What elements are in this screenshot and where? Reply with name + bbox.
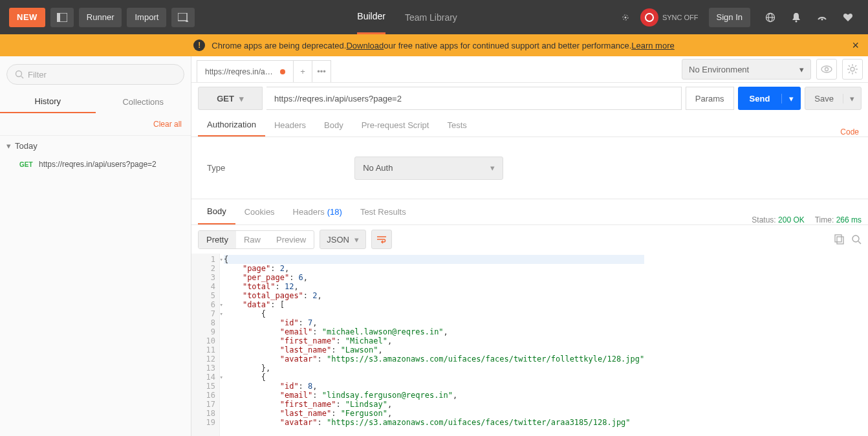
svg-line-25 xyxy=(849,72,850,73)
sidebar-toggle-button[interactable] xyxy=(50,8,74,27)
history-group-today[interactable]: ▾ Today xyxy=(0,136,191,156)
banner-learn-more-link[interactable]: Learn more xyxy=(631,41,674,50)
svg-rect-1 xyxy=(57,13,60,22)
svg-point-15 xyxy=(821,66,832,72)
auth-type-value: No Auth xyxy=(363,163,393,173)
environment-label: No Environment xyxy=(689,65,749,74)
sync-badge[interactable] xyxy=(640,8,658,27)
svg-line-22 xyxy=(849,65,850,67)
history-tab[interactable]: History xyxy=(0,90,96,113)
warning-icon: ! xyxy=(193,39,205,51)
history-item[interactable]: GET https://reqres.in/api/users?page=2 xyxy=(0,156,191,173)
panel-icon xyxy=(57,13,67,22)
preview-view[interactable]: Preview xyxy=(268,231,314,248)
notifications-icon[interactable] xyxy=(785,6,807,28)
svg-point-7 xyxy=(646,14,653,21)
history-item-url: https://reqres.in/api/users?page=2 xyxy=(39,160,157,169)
code-link[interactable]: Code xyxy=(840,127,862,136)
svg-point-16 xyxy=(825,68,829,71)
copy-icon[interactable] xyxy=(834,234,845,245)
filter-input[interactable]: Filter xyxy=(6,64,184,85)
new-window-button[interactable] xyxy=(171,8,195,27)
save-dropdown[interactable]: ▾ xyxy=(843,94,861,104)
heart-icon[interactable] xyxy=(837,6,859,28)
time-value: 266 ms xyxy=(836,215,862,224)
search-response-icon[interactable] xyxy=(851,234,862,245)
svg-line-14 xyxy=(21,76,23,78)
environment-settings-button[interactable] xyxy=(842,59,863,80)
signin-button[interactable]: Sign In xyxy=(709,8,750,27)
chevron-down-icon: ▾ xyxy=(239,94,244,104)
builder-tab[interactable]: Builder xyxy=(357,0,385,34)
send-button[interactable]: Send ▾ xyxy=(738,87,801,110)
headers-subtab[interactable]: Headers xyxy=(265,113,315,136)
collections-tab[interactable]: Collections xyxy=(96,90,191,113)
response-cookies-tab[interactable]: Cookies xyxy=(235,199,284,224)
svg-line-23 xyxy=(855,72,856,73)
unsaved-dot-icon xyxy=(280,69,285,74)
method-label: GET xyxy=(217,94,234,104)
search-icon xyxy=(15,70,24,79)
svg-line-30 xyxy=(858,241,861,244)
environment-preview-button[interactable] xyxy=(816,59,837,80)
topbar: NEW Runner Import Builder Team Library S… xyxy=(0,0,868,34)
environment-select[interactable]: No Environment ▾ xyxy=(682,59,811,80)
settings-icon[interactable] xyxy=(811,6,833,28)
wrap-lines-button[interactable] xyxy=(371,230,392,249)
chevron-down-icon: ▾ xyxy=(490,163,495,173)
svg-line-24 xyxy=(855,65,856,67)
svg-rect-28 xyxy=(835,235,841,242)
svg-point-29 xyxy=(852,235,859,242)
new-tab-button[interactable]: + xyxy=(293,60,312,82)
history-group-label: Today xyxy=(15,141,38,151)
url-input[interactable]: https://reqres.in/api/users?page=2 xyxy=(266,87,682,110)
team-library-tab[interactable]: Team Library xyxy=(405,0,457,34)
banner-close-button[interactable]: × xyxy=(852,39,859,52)
send-label: Send xyxy=(738,94,782,104)
svg-rect-2 xyxy=(178,13,187,21)
response-view-toggle: Pretty Raw Preview xyxy=(198,230,314,249)
svg-point-6 xyxy=(624,16,626,18)
svg-point-11 xyxy=(796,20,797,22)
deprecation-banner: ! Chrome apps are being deprecated. Down… xyxy=(0,34,868,56)
body-subtab[interactable]: Body xyxy=(315,113,353,136)
auth-subtab[interactable]: Authorization xyxy=(198,113,265,136)
capture-icon[interactable] xyxy=(614,6,636,28)
request-tab[interactable]: https://reqres.in/api/u xyxy=(197,60,294,82)
new-button[interactable]: NEW xyxy=(9,8,45,27)
banner-text-1: Chrome apps are being deprecated. xyxy=(212,41,346,50)
banner-download-link[interactable]: Download xyxy=(346,41,384,50)
auth-type-select[interactable]: No Auth ▾ xyxy=(354,157,503,180)
filter-placeholder: Filter xyxy=(28,70,47,80)
response-body-tab[interactable]: Body xyxy=(198,199,235,224)
window-plus-icon xyxy=(178,13,188,22)
svg-point-12 xyxy=(821,18,823,20)
prerequest-subtab[interactable]: Pre-request Script xyxy=(353,113,439,136)
time-label: Time: xyxy=(815,215,834,224)
format-select[interactable]: JSON ▾ xyxy=(320,230,366,249)
chevron-down-icon: ▾ xyxy=(354,235,359,245)
tab-options-button[interactable]: ••• xyxy=(312,60,331,82)
response-headers-label: Headers xyxy=(293,207,325,217)
clear-all-link[interactable]: Clear all xyxy=(0,113,191,136)
tests-subtab[interactable]: Tests xyxy=(438,113,475,136)
raw-view[interactable]: Raw xyxy=(236,231,268,248)
response-headers-tab[interactable]: Headers (18) xyxy=(284,199,351,224)
response-tests-tab[interactable]: Test Results xyxy=(351,199,415,224)
import-button[interactable]: Import xyxy=(127,8,166,27)
svg-point-17 xyxy=(851,67,854,71)
response-headers-count: (18) xyxy=(327,207,342,217)
send-dropdown[interactable]: ▾ xyxy=(781,94,801,104)
wrap-icon xyxy=(376,235,387,244)
pretty-view[interactable]: Pretty xyxy=(199,231,236,248)
response-body-viewer[interactable]: 12345678910111213141516171819 { "page": … xyxy=(191,254,868,436)
method-select[interactable]: GET ▾ xyxy=(198,87,263,110)
params-button[interactable]: Params xyxy=(686,87,734,110)
chevron-down-icon: ▾ xyxy=(6,141,11,151)
save-button[interactable]: Save ▾ xyxy=(805,87,862,110)
chevron-down-icon: ▾ xyxy=(799,65,804,74)
runner-button[interactable]: Runner xyxy=(79,8,122,27)
globe-icon[interactable] xyxy=(759,6,781,28)
history-item-method: GET xyxy=(19,161,39,168)
svg-point-13 xyxy=(16,71,22,77)
